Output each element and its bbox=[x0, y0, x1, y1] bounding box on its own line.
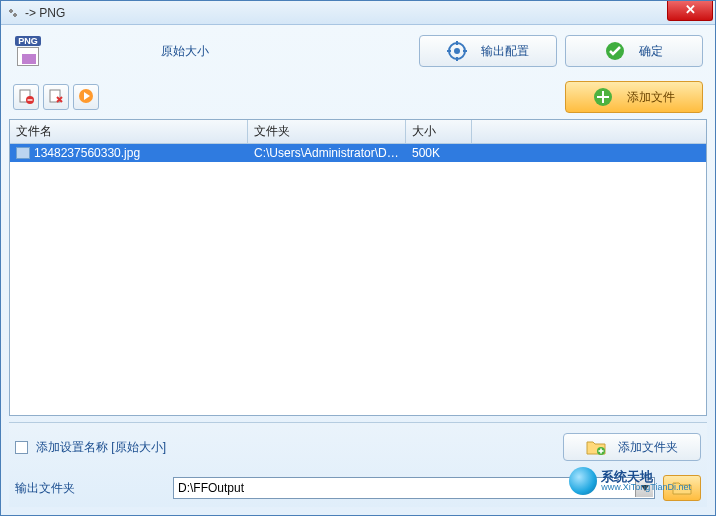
ok-label: 确定 bbox=[639, 43, 663, 60]
col-name[interactable]: 文件名 bbox=[10, 120, 248, 143]
titlebar: -> PNG ✕ bbox=[1, 1, 715, 25]
app-icon bbox=[5, 5, 21, 21]
dropdown-arrow-icon bbox=[635, 479, 653, 497]
append-setting-label: 添加设置名称 [原始大小] bbox=[36, 439, 166, 456]
file-icon bbox=[16, 147, 30, 159]
top-row: PNG 原始大小 输出配置 确定 bbox=[9, 33, 707, 75]
format-badge: PNG bbox=[13, 36, 43, 66]
close-button[interactable]: ✕ bbox=[667, 1, 713, 21]
file-table: 文件名 文件夹 大小 1348237560330.jpg C:\Users\Ad… bbox=[9, 119, 707, 416]
check-icon bbox=[605, 41, 625, 61]
output-folder-value: D:\FFOutput bbox=[178, 481, 244, 495]
table-row[interactable]: 1348237560330.jpg C:\Users\Administrator… bbox=[10, 144, 706, 162]
browse-button[interactable] bbox=[663, 475, 701, 501]
play-button[interactable] bbox=[73, 84, 99, 110]
ok-button[interactable]: 确定 bbox=[565, 35, 703, 67]
folder-add-icon bbox=[586, 438, 606, 456]
folder-open-icon bbox=[672, 480, 692, 496]
svg-rect-18 bbox=[599, 450, 604, 452]
window-title: -> PNG bbox=[25, 6, 65, 20]
table-header: 文件名 文件夹 大小 bbox=[10, 120, 706, 144]
output-config-button[interactable]: 输出配置 bbox=[419, 35, 557, 67]
bottom-panel: 添加设置名称 [原始大小] 添加文件夹 输出文件夹 D:\FFOutput bbox=[9, 422, 707, 507]
remove-icon bbox=[18, 88, 34, 107]
output-folder-select[interactable]: D:\FFOutput bbox=[173, 477, 655, 499]
cell-folder: C:\Users\Administrator\Des... bbox=[248, 145, 406, 161]
add-folder-button[interactable]: 添加文件夹 bbox=[563, 433, 701, 461]
original-size-label: 原始大小 bbox=[161, 43, 209, 60]
add-files-label: 添加文件 bbox=[627, 89, 675, 106]
format-tag: PNG bbox=[15, 36, 41, 46]
remove-button[interactable] bbox=[13, 84, 39, 110]
append-row: 添加设置名称 [原始大小] 添加文件夹 bbox=[15, 433, 701, 461]
output-config-label: 输出配置 bbox=[481, 43, 529, 60]
append-setting-checkbox[interactable] bbox=[15, 441, 28, 454]
add-folder-label: 添加文件夹 bbox=[618, 439, 678, 456]
cell-name: 1348237560330.jpg bbox=[34, 146, 140, 160]
cell-size: 500K bbox=[406, 145, 472, 161]
toolbar-row: 添加文件 bbox=[9, 81, 707, 113]
format-doc-icon bbox=[17, 47, 39, 66]
svg-rect-15 bbox=[597, 96, 609, 98]
col-size[interactable]: 大小 bbox=[406, 120, 472, 143]
gear-icon bbox=[447, 41, 467, 61]
svg-rect-9 bbox=[28, 99, 33, 100]
plus-icon bbox=[593, 87, 613, 107]
delete-button[interactable] bbox=[43, 84, 69, 110]
app-window: -> PNG ✕ PNG 原始大小 输出配置 确定 bbox=[0, 0, 716, 516]
svg-marker-19 bbox=[641, 485, 649, 491]
output-row: 输出文件夹 D:\FFOutput 系统天地 www.X bbox=[15, 475, 701, 501]
play-icon bbox=[78, 88, 94, 107]
content-area: PNG 原始大小 输出配置 确定 bbox=[1, 25, 715, 515]
col-empty bbox=[472, 120, 706, 143]
table-body[interactable]: 1348237560330.jpg C:\Users\Administrator… bbox=[10, 144, 706, 415]
delete-icon bbox=[48, 88, 64, 107]
add-files-button[interactable]: 添加文件 bbox=[565, 81, 703, 113]
col-folder[interactable]: 文件夹 bbox=[248, 120, 406, 143]
output-folder-label: 输出文件夹 bbox=[15, 480, 165, 497]
svg-point-1 bbox=[454, 48, 460, 54]
